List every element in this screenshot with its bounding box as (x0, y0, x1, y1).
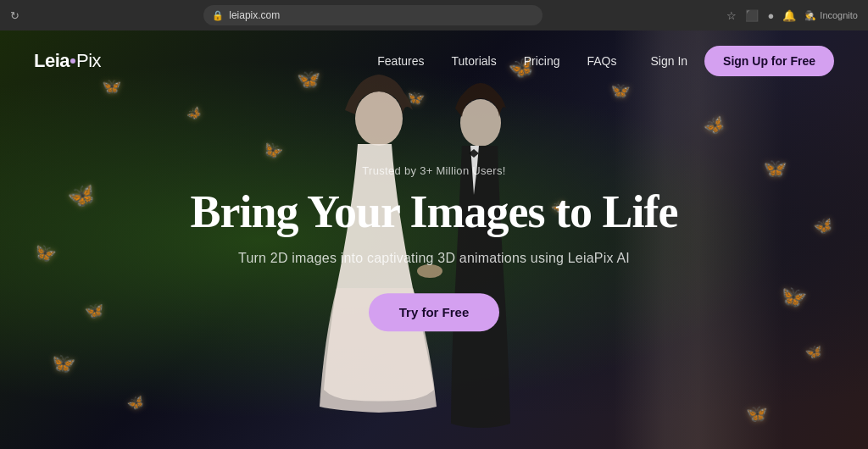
url-text: leiapix.com (229, 9, 280, 21)
logo-pix: Pix (76, 50, 101, 72)
logo-dot (70, 58, 75, 64)
incognito-icon: 🕵 (804, 10, 816, 21)
extension-icon[interactable]: ⬛ (745, 9, 759, 22)
butterfly-11: 🦋 (84, 301, 104, 321)
website: 🦋 🦋 🦋 🦋 🦋 🦋 🦋 🦋 🦋 🦋 🦋 🦋 🦋 🦋 🦋 🦋 🦋 🦋 🦋 🦋 (0, 30, 868, 449)
logo-leia: Leia (34, 50, 70, 72)
butterfly-14: 🦋 (761, 156, 787, 181)
navbar: LeiaPix Features Tutorials Pricing FAQs … (0, 30, 868, 91)
lock-icon: 🔒 (212, 10, 224, 21)
incognito-badge: 🕵 Incognito (804, 10, 858, 21)
hero-title: Bring Your Images to Life (137, 187, 731, 237)
nav-features[interactable]: Features (377, 54, 424, 68)
nav-pricing[interactable]: Pricing (524, 54, 560, 68)
browser-right-icons: ☆ ⬛ ● 🔔 🕵 Incognito (726, 9, 858, 22)
notifications-icon[interactable]: 🔔 (782, 9, 796, 22)
bookmark-icon[interactable]: ☆ (726, 9, 737, 22)
sign-up-button[interactable]: Sign Up for Free (704, 46, 834, 76)
svg-point-1 (460, 99, 501, 147)
nav-tutorials[interactable]: Tutorials (452, 54, 497, 68)
browser-chrome: ↻ 🔒 leiapix.com ☆ ⬛ ● 🔔 🕵 Incognito (0, 0, 868, 30)
nav-right: Sign In Sign Up for Free (651, 46, 835, 76)
logo[interactable]: LeiaPix (34, 50, 101, 72)
butterfly-18: 🦋 (745, 402, 768, 424)
incognito-label: Incognito (820, 10, 858, 20)
browser-controls: ↻ (10, 9, 19, 22)
address-bar[interactable]: 🔒 leiapix.com (203, 5, 542, 25)
nav-links: Features Tutorials Pricing FAQs (377, 54, 616, 68)
trusted-badge: Trusted by 3+ Million Users! (137, 164, 731, 177)
refresh-icon[interactable]: ↻ (10, 9, 19, 22)
butterfly-17: 🦋 (804, 342, 824, 361)
try-for-free-button[interactable]: Try for Free (369, 294, 500, 332)
svg-point-0 (355, 91, 403, 146)
hero-subtitle: Turn 2D images into captivating 3D anima… (137, 252, 731, 267)
sign-in-button[interactable]: Sign In (651, 54, 688, 68)
hero-content: Trusted by 3+ Million Users! Bring Your … (137, 164, 731, 331)
nav-faqs[interactable]: FAQs (587, 54, 616, 68)
profile-icon[interactable]: ● (767, 9, 774, 22)
